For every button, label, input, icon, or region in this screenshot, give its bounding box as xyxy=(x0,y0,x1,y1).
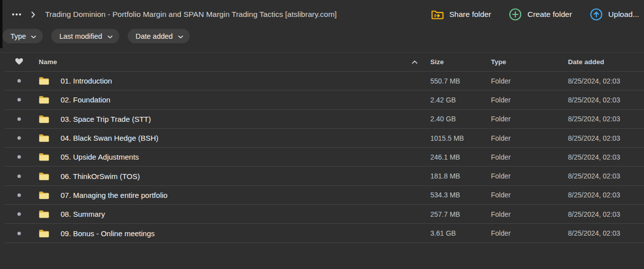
chevron-down-icon xyxy=(107,32,113,40)
file-type: Folder xyxy=(491,134,568,142)
favorite-dot[interactable] xyxy=(17,193,21,197)
window-edge xyxy=(0,0,2,48)
folder-icon xyxy=(39,210,49,218)
file-date-added: 8/25/2024, 02:03 xyxy=(568,191,644,199)
favorite-cell xyxy=(5,212,33,216)
file-name-label: 08. Summary xyxy=(61,210,105,218)
file-size: 2.40 GB xyxy=(430,115,491,123)
table-row[interactable]: 07. Managing the entire portfolio 534.3 … xyxy=(5,186,644,205)
file-name-cell[interactable]: 07. Managing the entire portfolio xyxy=(33,191,430,199)
file-size: 534.3 MB xyxy=(430,191,491,199)
upload-button[interactable]: Upload... xyxy=(590,8,639,21)
create-folder-label: Create folder xyxy=(527,10,572,19)
filter-type-label: Type xyxy=(10,32,26,40)
favorite-dot[interactable] xyxy=(17,155,21,159)
file-name-label: 05. Upside Adjustments xyxy=(61,153,139,161)
chevron-up-icon[interactable] xyxy=(411,60,418,64)
file-name-cell[interactable]: 09. Bonus - Online meetings xyxy=(33,229,430,238)
file-name-cell[interactable]: 03. Space Trip Trade (STT) xyxy=(33,115,430,123)
favorite-dot[interactable] xyxy=(17,212,21,216)
favorite-cell xyxy=(5,117,33,121)
column-header-date-added[interactable]: Date added xyxy=(568,58,644,66)
column-header-size[interactable]: Size xyxy=(430,58,491,66)
column-header-type[interactable]: Type xyxy=(491,58,568,66)
folder-icon xyxy=(39,115,49,123)
favorite-dot[interactable] xyxy=(17,175,21,178)
file-name-cell[interactable]: 04. Black Swan Hedge (BSH) xyxy=(33,134,430,142)
favorite-cell xyxy=(5,193,33,197)
table-row[interactable]: 01. Introduction 550.7 MB Folder 8/25/20… xyxy=(5,72,644,90)
file-name-label: 01. Introduction xyxy=(61,77,112,85)
column-header-name-label: Name xyxy=(39,58,57,66)
file-date-added: 8/25/2024, 02:03 xyxy=(568,134,644,142)
chevron-down-icon xyxy=(178,32,183,40)
table-row[interactable]: 08. Summary 257.7 MB Folder 8/25/2024, 0… xyxy=(5,205,644,224)
file-name-cell[interactable]: 01. Introduction xyxy=(33,77,430,85)
share-folder-label: Share folder xyxy=(449,10,491,19)
file-size: 181.8 MB xyxy=(430,172,491,180)
favorite-cell xyxy=(5,79,33,83)
filter-bar: Type Last modified Date added xyxy=(0,29,644,44)
file-type: Folder xyxy=(491,172,568,180)
folder-icon xyxy=(39,95,49,104)
table-row[interactable]: 06. ThinkOrSwim (TOS) 181.8 MB Folder 8/… xyxy=(5,167,644,185)
upload-label: Upload... xyxy=(608,10,639,19)
folder-icon xyxy=(39,229,49,238)
more-options-button[interactable]: ••• xyxy=(11,9,23,20)
filter-type[interactable]: Type xyxy=(2,29,43,43)
file-name-label: 02. Foundation xyxy=(61,95,110,104)
create-folder-icon xyxy=(509,8,522,21)
upload-icon xyxy=(590,8,603,21)
file-type: Folder xyxy=(491,191,568,199)
heart-icon xyxy=(15,58,23,67)
breadcrumb-folder-title[interactable]: Trading Dominion - Portfolio Margin and … xyxy=(45,10,337,19)
favorite-dot[interactable] xyxy=(17,117,21,121)
top-bar: ••• Trading Dominion - Portfolio Margin … xyxy=(0,0,644,29)
table-row[interactable]: 05. Upside Adjustments 246.1 MB Folder 8… xyxy=(5,148,644,167)
table-row[interactable]: 02. Foundation 2.42 GB Folder 8/25/2024,… xyxy=(5,90,644,109)
folder-icon xyxy=(39,191,49,199)
file-name-cell[interactable]: 05. Upside Adjustments xyxy=(33,153,430,161)
folder-icon xyxy=(39,134,49,142)
file-type: Folder xyxy=(491,96,568,104)
favorite-cell xyxy=(5,155,33,159)
file-date-added: 8/25/2024, 02:03 xyxy=(568,153,644,161)
file-name-cell[interactable]: 02. Foundation xyxy=(33,95,430,104)
file-size: 257.7 MB xyxy=(430,210,491,218)
favorite-dot[interactable] xyxy=(17,136,21,140)
file-date-added: 8/25/2024, 02:03 xyxy=(568,172,644,180)
favorite-cell xyxy=(5,98,33,101)
table-row[interactable]: 09. Bonus - Online meetings 3.61 GB Fold… xyxy=(5,224,644,243)
create-folder-button[interactable]: Create folder xyxy=(509,8,572,21)
file-size: 246.1 MB xyxy=(430,153,491,161)
file-type: Folder xyxy=(491,115,568,123)
file-date-added: 8/25/2024, 02:03 xyxy=(568,115,644,123)
favorite-cell xyxy=(5,136,33,140)
table-row[interactable]: 04. Black Swan Hedge (BSH) 1015.5 MB Fol… xyxy=(5,129,644,148)
favorite-cell xyxy=(5,175,33,178)
share-folder-icon xyxy=(431,9,444,20)
file-date-added: 8/25/2024, 02:03 xyxy=(568,229,644,237)
file-size: 2.42 GB xyxy=(430,96,491,104)
file-date-added: 8/25/2024, 02:03 xyxy=(568,77,644,85)
favorite-dot[interactable] xyxy=(17,79,21,83)
table-row[interactable]: 03. Space Trip Trade (STT) 2.40 GB Folde… xyxy=(5,110,644,129)
file-type: Folder xyxy=(491,229,568,237)
filter-last-modified[interactable]: Last modified xyxy=(51,29,119,43)
file-name-cell[interactable]: 08. Summary xyxy=(33,210,430,218)
favorite-dot[interactable] xyxy=(17,98,21,101)
file-date-added: 8/25/2024, 02:03 xyxy=(568,96,644,104)
column-header-name[interactable]: Name xyxy=(33,58,430,66)
file-type: Folder xyxy=(491,77,568,85)
favorite-dot[interactable] xyxy=(17,232,21,235)
file-name-cell[interactable]: 06. ThinkOrSwim (TOS) xyxy=(33,172,430,180)
column-header-favorite[interactable] xyxy=(5,58,33,67)
toolbar: Share folder Create folder Upload... xyxy=(431,0,639,29)
share-folder-button[interactable]: Share folder xyxy=(431,9,491,20)
filter-date-added[interactable]: Date added xyxy=(128,29,190,43)
file-name-label: 03. Space Trip Trade (STT) xyxy=(61,115,151,123)
file-name-label: 07. Managing the entire portfolio xyxy=(61,191,167,199)
file-name-label: 04. Black Swan Hedge (BSH) xyxy=(61,134,159,142)
chevron-down-icon xyxy=(31,32,36,40)
file-size: 1015.5 MB xyxy=(430,134,491,142)
